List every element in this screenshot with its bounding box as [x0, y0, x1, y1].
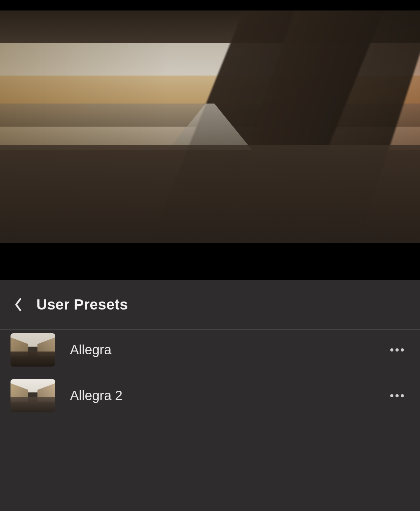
preset-label: Allegra [70, 342, 372, 357]
photo-preview-area [0, 0, 420, 280]
presets-panel: User Presets Allegra Allegra 2 [0, 280, 420, 511]
preset-thumbnail [10, 379, 55, 412]
back-button[interactable] [10, 297, 26, 312]
more-icon [390, 394, 393, 397]
preview-image[interactable] [0, 10, 420, 243]
chevron-left-icon [14, 298, 22, 312]
preset-more-button[interactable] [387, 340, 407, 360]
preset-item-allegra[interactable]: Allegra [0, 330, 420, 373]
panel-header: User Presets [0, 280, 420, 330]
preset-item-allegra-2[interactable]: Allegra 2 [0, 373, 420, 419]
preset-list[interactable]: Allegra Allegra 2 [0, 330, 420, 511]
preset-label: Allegra 2 [70, 388, 372, 403]
preset-thumbnail [10, 333, 55, 367]
panel-title: User Presets [36, 296, 128, 313]
preset-more-button[interactable] [387, 386, 407, 406]
more-icon [390, 348, 393, 352]
